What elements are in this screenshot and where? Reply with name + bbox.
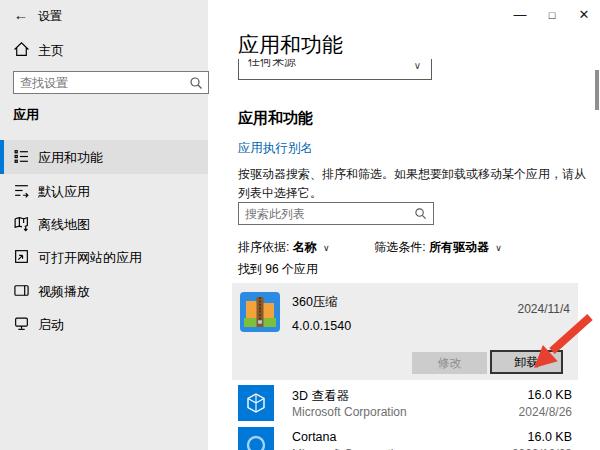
app-execution-aliases-link[interactable]: 应用执行别名 bbox=[238, 140, 313, 157]
chevron-down-icon: ∨ bbox=[414, 60, 421, 71]
3d-viewer-icon bbox=[238, 385, 274, 421]
minimize-button[interactable]: — bbox=[504, 0, 536, 30]
maximize-icon: □ bbox=[549, 9, 556, 21]
filter-by-label: 筛选条件: bbox=[374, 240, 425, 254]
source-filter-dropdown[interactable]: 任何来源 ∨ bbox=[238, 59, 432, 80]
sidebar-item-label: 可打开网站的应用 bbox=[38, 249, 142, 267]
offline-maps-icon bbox=[13, 215, 30, 232]
uninstall-button[interactable]: 卸载 bbox=[490, 350, 563, 374]
sidebar-item-apps-features[interactable]: 应用和功能 bbox=[0, 140, 208, 174]
app-publisher: Microsoft Corporation bbox=[292, 405, 407, 419]
sidebar-item-startup[interactable]: 启动 bbox=[0, 307, 208, 341]
sidebar-home-label: 主页 bbox=[38, 42, 64, 60]
settings-search-input[interactable] bbox=[14, 72, 184, 93]
sidebar-item-default-apps[interactable]: 默认应用 bbox=[0, 174, 208, 208]
search-icon bbox=[414, 207, 427, 220]
app-date: 2024/11/4 bbox=[518, 302, 571, 316]
settings-search-box bbox=[13, 71, 209, 94]
app-size: 16.0 KB bbox=[528, 430, 572, 444]
description-text: 按驱动器搜索、排序和筛选。如果想要卸载或移动某个应用，请从列表中选择它。 bbox=[238, 165, 590, 203]
back-arrow-icon: ← bbox=[14, 6, 29, 23]
app-item-3d-viewer[interactable]: 3D 查看器 Microsoft Corporation 16.0 KB 202… bbox=[232, 383, 578, 425]
sidebar-item-home[interactable]: 主页 bbox=[0, 36, 208, 64]
app-count-text: 找到 96 个应用 bbox=[238, 261, 318, 278]
sidebar-item-label: 启动 bbox=[38, 316, 64, 334]
app-name: 360压缩 bbox=[292, 294, 338, 311]
list-search-box bbox=[238, 202, 434, 225]
page-title: 应用和功能 bbox=[238, 31, 343, 59]
apps-features-icon bbox=[13, 148, 30, 165]
sidebar-item-offline-maps[interactable]: 离线地图 bbox=[0, 207, 208, 241]
section-title: 应用和功能 bbox=[238, 109, 313, 128]
sidebar-section-apps: 应用 bbox=[13, 106, 39, 124]
app-item-cortana[interactable]: Cortana Microsoft Corporation 16.0 KB 20… bbox=[232, 425, 578, 450]
default-apps-icon bbox=[13, 182, 30, 199]
video-playback-icon bbox=[13, 282, 30, 299]
sidebar-item-label: 离线地图 bbox=[38, 216, 90, 234]
app-name: 3D 查看器 bbox=[292, 388, 349, 405]
sidebar-item-video-playback[interactable]: 视频播放 bbox=[0, 274, 208, 308]
sidebar-item-apps-for-websites[interactable]: 可打开网站的应用 bbox=[0, 240, 208, 274]
list-search-input[interactable] bbox=[239, 203, 407, 224]
settings-window: ← 设置 — □ ✕ 主页 应用 应用和功能 默认应用 离线地图 bbox=[0, 0, 600, 450]
sort-by-value: 名称 bbox=[293, 240, 317, 254]
minimize-icon: — bbox=[514, 7, 527, 22]
filter-by-value: 所有驱动器 bbox=[429, 240, 489, 254]
close-icon: ✕ bbox=[579, 7, 590, 22]
sidebar-item-label: 应用和功能 bbox=[38, 149, 103, 167]
home-icon bbox=[13, 41, 30, 58]
app-item-360zip[interactable]: 360压缩 4.0.0.1540 2024/11/4 修改 卸载 bbox=[232, 283, 578, 380]
app-date: 2024/8/26 bbox=[519, 405, 572, 419]
app-size: 16.0 KB bbox=[528, 388, 572, 402]
startup-icon bbox=[13, 315, 30, 332]
chevron-down-icon: ∨ bbox=[323, 243, 330, 253]
back-button[interactable]: ← bbox=[10, 6, 32, 24]
sort-by-dropdown[interactable]: 排序依据: 名称 ∨ bbox=[238, 239, 330, 256]
sort-filter-row: 排序依据: 名称 ∨ 筛选条件: 所有驱动器 ∨ bbox=[238, 239, 502, 256]
scrollbar-thumb[interactable] bbox=[595, 70, 599, 110]
filter-by-dropdown[interactable]: 筛选条件: 所有驱动器 ∨ bbox=[374, 239, 502, 256]
close-button[interactable]: ✕ bbox=[568, 0, 600, 30]
search-icon bbox=[189, 76, 203, 90]
modify-button[interactable]: 修改 bbox=[412, 352, 487, 374]
cortana-icon bbox=[238, 427, 274, 450]
source-filter-value: 任何来源 bbox=[248, 59, 296, 70]
apps-for-websites-icon bbox=[13, 248, 30, 265]
360zip-icon bbox=[240, 292, 280, 332]
window-title: 设置 bbox=[38, 8, 62, 25]
sidebar-item-label: 视频播放 bbox=[38, 283, 90, 301]
app-name: Cortana bbox=[292, 430, 336, 444]
sidebar-item-label: 默认应用 bbox=[38, 183, 90, 201]
chevron-down-icon: ∨ bbox=[495, 243, 502, 253]
maximize-button[interactable]: □ bbox=[536, 0, 568, 30]
app-version: 4.0.0.1540 bbox=[292, 319, 351, 333]
sort-by-label: 排序依据: bbox=[238, 240, 289, 254]
